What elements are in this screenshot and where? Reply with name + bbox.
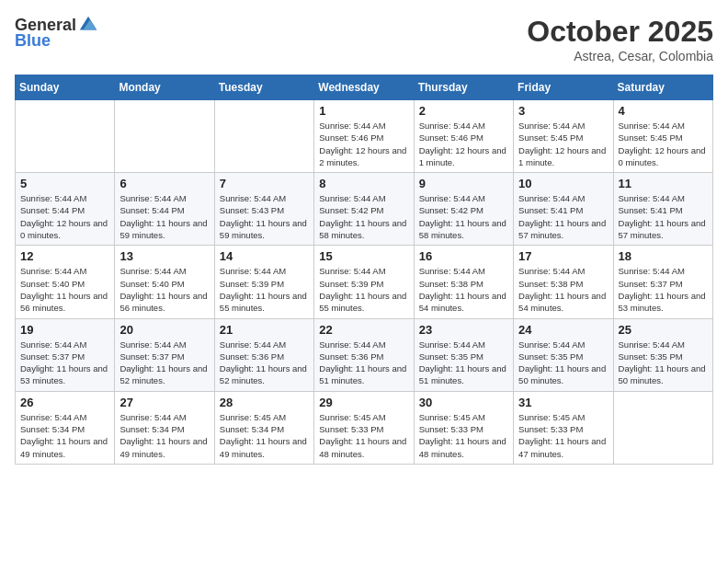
calendar-cell: 4Sunrise: 5:44 AM Sunset: 5:45 PM Daylig… [613, 100, 712, 173]
location-title: Astrea, Cesar, Colombia [527, 49, 713, 63]
calendar-cell: 1Sunrise: 5:44 AM Sunset: 5:46 PM Daylig… [314, 100, 414, 173]
day-info: Sunrise: 5:44 AM Sunset: 5:39 PM Dayligh… [319, 265, 408, 314]
day-number: 19 [20, 323, 109, 337]
calendar-cell [16, 100, 115, 173]
day-number: 22 [319, 323, 408, 337]
month-title: October 2025 [527, 15, 713, 49]
day-number: 30 [419, 396, 508, 409]
calendar-cell: 30Sunrise: 5:45 AM Sunset: 5:33 PM Dayli… [414, 391, 513, 464]
page-header: General Blue October 2025 Astrea, Cesar,… [15, 15, 713, 63]
logo-icon [78, 15, 98, 35]
day-number: 20 [119, 323, 209, 337]
weekday-header-friday: Friday [514, 75, 613, 100]
day-info: Sunrise: 5:44 AM Sunset: 5:35 PM Dayligh… [419, 339, 508, 387]
day-info: Sunrise: 5:44 AM Sunset: 5:46 PM Dayligh… [419, 120, 508, 168]
day-info: Sunrise: 5:44 AM Sunset: 5:34 PM Dayligh… [20, 411, 109, 460]
day-number: 9 [419, 177, 508, 190]
day-number: 7 [220, 177, 309, 190]
day-number: 16 [419, 249, 508, 263]
day-info: Sunrise: 5:44 AM Sunset: 5:44 PM Dayligh… [20, 192, 109, 241]
weekday-header-sunday: Sunday [16, 75, 115, 100]
calendar-cell [214, 100, 313, 173]
day-info: Sunrise: 5:44 AM Sunset: 5:41 PM Dayligh… [619, 192, 708, 241]
day-number: 6 [119, 177, 209, 190]
day-number: 5 [20, 177, 109, 190]
calendar-cell: 28Sunrise: 5:45 AM Sunset: 5:34 PM Dayli… [214, 391, 313, 464]
calendar-cell: 29Sunrise: 5:45 AM Sunset: 5:33 PM Dayli… [314, 391, 414, 464]
logo: General Blue [15, 15, 98, 51]
day-number: 12 [20, 249, 109, 263]
day-info: Sunrise: 5:44 AM Sunset: 5:39 PM Dayligh… [220, 265, 309, 314]
calendar-cell: 31Sunrise: 5:45 AM Sunset: 5:33 PM Dayli… [514, 391, 613, 464]
day-number: 27 [119, 396, 209, 409]
calendar-cell: 3Sunrise: 5:44 AM Sunset: 5:45 PM Daylig… [514, 100, 613, 173]
calendar-table: SundayMondayTuesdayWednesdayThursdayFrid… [15, 75, 713, 465]
calendar-cell: 22Sunrise: 5:44 AM Sunset: 5:36 PM Dayli… [314, 318, 414, 391]
day-info: Sunrise: 5:44 AM Sunset: 5:44 PM Dayligh… [119, 192, 209, 241]
day-info: Sunrise: 5:44 AM Sunset: 5:35 PM Dayligh… [619, 339, 708, 387]
calendar-cell: 26Sunrise: 5:44 AM Sunset: 5:34 PM Dayli… [16, 391, 115, 464]
day-number: 14 [220, 249, 309, 263]
day-info: Sunrise: 5:44 AM Sunset: 5:36 PM Dayligh… [220, 339, 309, 387]
day-number: 13 [119, 249, 209, 263]
day-number: 28 [220, 396, 309, 409]
weekday-header-row: SundayMondayTuesdayWednesdayThursdayFrid… [16, 75, 713, 100]
calendar-cell: 21Sunrise: 5:44 AM Sunset: 5:36 PM Dayli… [214, 318, 313, 391]
weekday-header-saturday: Saturday [613, 75, 712, 100]
day-number: 2 [419, 104, 508, 118]
calendar-cell [115, 100, 214, 173]
day-info: Sunrise: 5:44 AM Sunset: 5:37 PM Dayligh… [119, 339, 209, 387]
day-number: 11 [619, 177, 708, 190]
calendar-cell: 23Sunrise: 5:44 AM Sunset: 5:35 PM Dayli… [414, 318, 513, 391]
day-number: 21 [220, 323, 309, 337]
calendar-cell: 8Sunrise: 5:44 AM Sunset: 5:42 PM Daylig… [314, 173, 414, 246]
calendar-cell: 16Sunrise: 5:44 AM Sunset: 5:38 PM Dayli… [414, 246, 513, 318]
day-info: Sunrise: 5:44 AM Sunset: 5:36 PM Dayligh… [319, 339, 408, 387]
calendar-cell: 27Sunrise: 5:44 AM Sunset: 5:34 PM Dayli… [115, 391, 214, 464]
calendar-cell: 12Sunrise: 5:44 AM Sunset: 5:40 PM Dayli… [16, 246, 115, 318]
calendar-cell: 17Sunrise: 5:44 AM Sunset: 5:38 PM Dayli… [514, 246, 613, 318]
week-row-1: 1Sunrise: 5:44 AM Sunset: 5:46 PM Daylig… [16, 100, 713, 173]
day-info: Sunrise: 5:45 AM Sunset: 5:33 PM Dayligh… [518, 411, 608, 460]
day-info: Sunrise: 5:45 AM Sunset: 5:34 PM Dayligh… [220, 411, 309, 460]
day-number: 18 [619, 249, 708, 263]
calendar-cell [613, 391, 712, 464]
calendar-cell: 7Sunrise: 5:44 AM Sunset: 5:43 PM Daylig… [214, 173, 313, 246]
day-info: Sunrise: 5:44 AM Sunset: 5:43 PM Dayligh… [220, 192, 309, 241]
day-number: 3 [518, 104, 608, 118]
weekday-header-thursday: Thursday [414, 75, 513, 100]
day-info: Sunrise: 5:44 AM Sunset: 5:40 PM Dayligh… [20, 265, 109, 314]
calendar-cell: 20Sunrise: 5:44 AM Sunset: 5:37 PM Dayli… [115, 318, 214, 391]
day-number: 4 [619, 104, 708, 118]
day-info: Sunrise: 5:44 AM Sunset: 5:46 PM Dayligh… [319, 120, 408, 168]
calendar-cell: 19Sunrise: 5:44 AM Sunset: 5:37 PM Dayli… [16, 318, 115, 391]
calendar-cell: 9Sunrise: 5:44 AM Sunset: 5:42 PM Daylig… [414, 173, 513, 246]
weekday-header-monday: Monday [115, 75, 214, 100]
calendar-cell: 2Sunrise: 5:44 AM Sunset: 5:46 PM Daylig… [414, 100, 513, 173]
logo-text-blue: Blue [15, 31, 51, 51]
day-info: Sunrise: 5:44 AM Sunset: 5:42 PM Dayligh… [319, 192, 408, 241]
calendar-cell: 15Sunrise: 5:44 AM Sunset: 5:39 PM Dayli… [314, 246, 414, 318]
calendar-cell: 13Sunrise: 5:44 AM Sunset: 5:40 PM Dayli… [115, 246, 214, 318]
day-number: 24 [518, 323, 608, 337]
day-info: Sunrise: 5:44 AM Sunset: 5:34 PM Dayligh… [119, 411, 209, 460]
day-info: Sunrise: 5:44 AM Sunset: 5:45 PM Dayligh… [518, 120, 608, 168]
calendar-cell: 5Sunrise: 5:44 AM Sunset: 5:44 PM Daylig… [16, 173, 115, 246]
day-number: 29 [319, 396, 408, 409]
calendar-cell: 11Sunrise: 5:44 AM Sunset: 5:41 PM Dayli… [613, 173, 712, 246]
day-number: 1 [319, 104, 408, 118]
calendar-cell: 14Sunrise: 5:44 AM Sunset: 5:39 PM Dayli… [214, 246, 313, 318]
day-info: Sunrise: 5:44 AM Sunset: 5:37 PM Dayligh… [619, 265, 708, 314]
day-info: Sunrise: 5:44 AM Sunset: 5:41 PM Dayligh… [518, 192, 608, 241]
day-number: 17 [518, 249, 608, 263]
calendar-cell: 10Sunrise: 5:44 AM Sunset: 5:41 PM Dayli… [514, 173, 613, 246]
day-info: Sunrise: 5:45 AM Sunset: 5:33 PM Dayligh… [419, 411, 508, 460]
day-info: Sunrise: 5:45 AM Sunset: 5:33 PM Dayligh… [319, 411, 408, 460]
weekday-header-tuesday: Tuesday [214, 75, 313, 100]
day-info: Sunrise: 5:44 AM Sunset: 5:40 PM Dayligh… [119, 265, 209, 314]
title-area: October 2025 Astrea, Cesar, Colombia [527, 15, 713, 63]
week-row-5: 26Sunrise: 5:44 AM Sunset: 5:34 PM Dayli… [16, 391, 713, 464]
day-number: 26 [20, 396, 109, 409]
day-info: Sunrise: 5:44 AM Sunset: 5:38 PM Dayligh… [419, 265, 508, 314]
day-number: 23 [419, 323, 508, 337]
